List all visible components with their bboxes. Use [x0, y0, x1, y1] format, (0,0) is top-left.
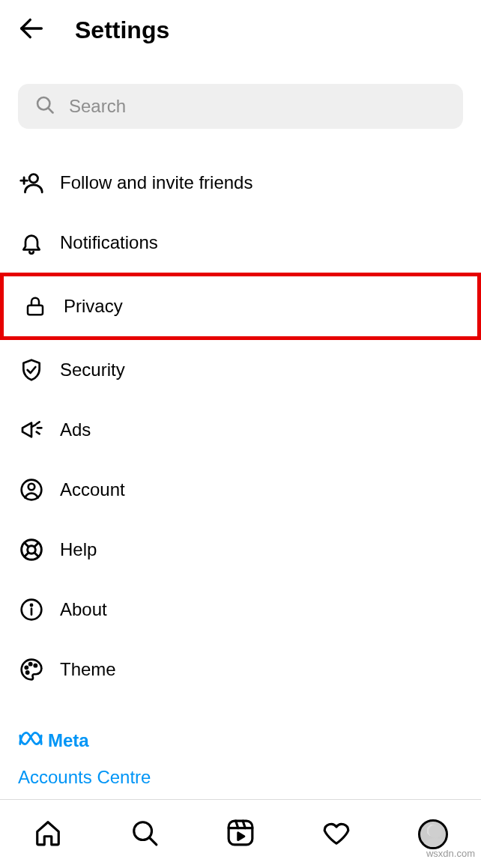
accounts-centre-link[interactable]: Accounts Centre — [0, 756, 481, 794]
svg-line-26 — [149, 837, 157, 845]
svg-rect-6 — [28, 306, 43, 315]
svg-line-9 — [37, 432, 40, 434]
search-icon — [34, 94, 55, 118]
nav-activity[interactable] — [318, 816, 355, 853]
menu-label: Ads — [60, 419, 91, 440]
svg-marker-31 — [238, 833, 244, 840]
account-icon — [18, 476, 45, 503]
lock-icon — [22, 293, 49, 320]
theme-icon — [18, 656, 45, 683]
svg-point-21 — [25, 667, 28, 669]
menu-item-theme[interactable]: Theme — [0, 640, 481, 699]
meta-brand: Meta — [0, 699, 481, 756]
menu-label: Notifications — [60, 232, 158, 253]
menu-item-ads[interactable]: Ads — [0, 400, 481, 460]
menu-label: About — [60, 599, 107, 620]
meta-brand-label: Meta — [48, 730, 89, 751]
svg-line-14 — [25, 543, 28, 547]
home-icon — [34, 819, 62, 850]
back-arrow-icon — [16, 13, 46, 46]
svg-point-11 — [28, 484, 35, 491]
menu-item-follow[interactable]: Follow and invite friends — [0, 153, 481, 213]
search-input[interactable] — [69, 96, 447, 117]
follow-invite-icon — [18, 169, 45, 196]
menu-label: Security — [60, 359, 125, 380]
menu-label: Privacy — [64, 296, 123, 317]
meta-logo-icon — [18, 729, 48, 752]
svg-point-3 — [29, 174, 37, 183]
svg-line-16 — [25, 553, 28, 556]
svg-line-7 — [37, 422, 40, 424]
nav-reels[interactable] — [222, 816, 259, 853]
profile-avatar-icon — [418, 819, 448, 849]
reels-icon — [226, 819, 255, 850]
shield-icon — [18, 356, 45, 383]
svg-point-23 — [34, 664, 37, 667]
menu-item-about[interactable]: About — [0, 580, 481, 640]
nav-profile[interactable] — [414, 816, 452, 853]
svg-rect-27 — [229, 821, 252, 845]
search-icon — [130, 819, 159, 850]
help-icon — [18, 536, 45, 563]
menu-item-help[interactable]: Help — [0, 520, 481, 580]
bottom-nav — [0, 799, 481, 868]
search-bar[interactable] — [18, 84, 463, 129]
svg-point-20 — [31, 604, 32, 606]
menu-label: Follow and invite friends — [60, 172, 252, 193]
menu-item-security[interactable]: Security — [0, 340, 481, 400]
svg-point-22 — [29, 663, 31, 665]
menu-item-privacy[interactable]: Privacy — [0, 273, 481, 340]
heart-icon — [322, 819, 351, 850]
svg-line-17 — [34, 553, 38, 556]
megaphone-icon — [18, 416, 45, 443]
nav-home[interactable] — [29, 816, 67, 853]
menu-label: Theme — [60, 659, 116, 680]
page-title: Settings — [75, 16, 169, 44]
svg-line-2 — [48, 108, 52, 112]
svg-line-15 — [34, 543, 38, 547]
info-icon — [18, 596, 45, 623]
svg-point-24 — [26, 671, 28, 673]
watermark: wsxdn.com — [426, 848, 475, 859]
menu-label: Account — [60, 479, 125, 500]
menu-label: Help — [60, 539, 97, 560]
bell-icon — [18, 229, 45, 256]
menu-item-account[interactable]: Account — [0, 460, 481, 520]
menu-item-notifications[interactable]: Notifications — [0, 213, 481, 273]
nav-search[interactable] — [126, 816, 163, 853]
settings-menu: Follow and invite friends Notifications … — [0, 136, 481, 699]
back-button[interactable] — [15, 13, 48, 46]
